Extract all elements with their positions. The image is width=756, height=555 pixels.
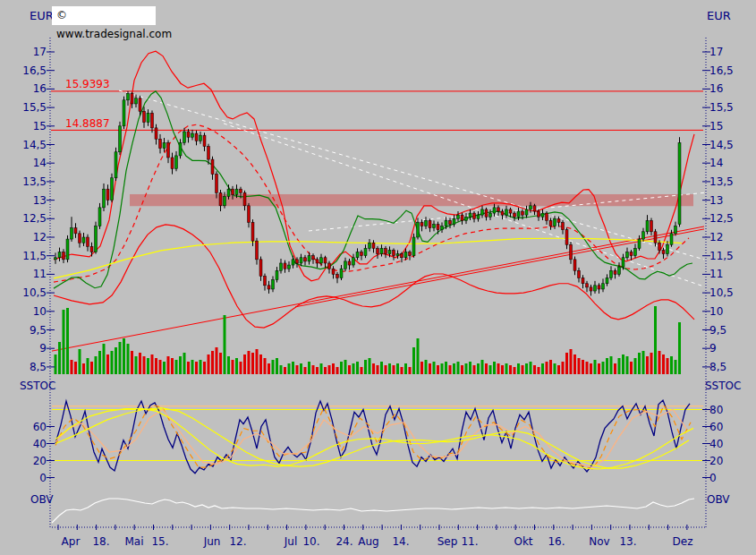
candle-body: [473, 213, 476, 218]
candle-body: [361, 252, 363, 256]
volume-bar: [74, 362, 77, 374]
volume-bar: [336, 367, 339, 374]
price-tick-label-right: 11,5: [709, 250, 734, 262]
candle-body: [425, 220, 428, 226]
candle-body: [420, 222, 423, 226]
volume-bar: [203, 362, 206, 374]
volume-bar: [328, 365, 331, 374]
volume-bar: [264, 358, 267, 374]
candle-body: [55, 258, 57, 260]
candle-body: [356, 252, 359, 258]
candle-body: [155, 128, 157, 139]
volume-bar: [509, 365, 512, 374]
volume-bar: [131, 351, 133, 374]
candle-body: [195, 133, 198, 141]
candle-body: [541, 213, 544, 217]
price-tick-label-left: 9,5: [30, 324, 47, 337]
volume-bar: [485, 363, 488, 374]
candle-body: [243, 192, 246, 205]
volume-bar: [505, 363, 508, 374]
volume-bar: [147, 358, 149, 374]
volume-bar: [565, 353, 568, 374]
candle-body: [147, 113, 149, 122]
volume-bar: [598, 363, 600, 374]
candle-body: [163, 142, 166, 148]
volume-bar: [417, 338, 420, 374]
volume-bar: [276, 358, 278, 374]
candle-body: [642, 232, 645, 239]
candle-body: [216, 175, 218, 193]
volume-bar: [235, 358, 238, 374]
sstoc-tick-label-right: 20: [709, 455, 723, 467]
candle-body: [638, 239, 641, 248]
candle-body: [74, 228, 77, 234]
series-obv-line: [52, 499, 694, 523]
volume-bar: [618, 358, 621, 374]
volume-bar: [143, 356, 146, 374]
volume-bar: [304, 367, 307, 374]
volume-bar: [183, 353, 186, 374]
volume-bar: [259, 354, 262, 374]
price-tick-label-left: 12: [33, 231, 47, 243]
volume-bar: [522, 365, 524, 374]
candle-body: [562, 222, 565, 229]
volume-bar: [219, 353, 222, 374]
candle-body: [316, 260, 319, 263]
price-tick-label-left: 16: [33, 82, 47, 95]
obv-panel-label-right: OBV: [707, 493, 730, 506]
x-axis-label: Sep: [437, 535, 458, 548]
chart-canvas[interactable]: [0, 0, 756, 555]
volume-bar: [171, 358, 174, 374]
price-tick-label-left: 12,5: [22, 212, 47, 225]
volume-bar: [429, 363, 431, 374]
candle-body: [385, 248, 387, 253]
volume-bar: [557, 365, 560, 374]
candle-body: [634, 248, 637, 255]
price-tick-label-left: 13: [33, 194, 47, 207]
volume-bar: [71, 360, 73, 374]
volume-bar: [87, 358, 89, 374]
candle-body: [409, 252, 412, 256]
candle-body: [509, 209, 512, 213]
candle-body: [401, 254, 403, 258]
volume-bar: [549, 360, 552, 374]
price-tick-label-left: 17: [33, 46, 47, 58]
candle-body: [300, 258, 302, 263]
volume-bar: [477, 363, 480, 374]
volume-bar: [646, 356, 649, 374]
volume-bar: [465, 363, 468, 374]
candle-body: [602, 284, 605, 289]
volume-bar: [570, 349, 573, 374]
price-tick-label-left: 16,5: [22, 64, 47, 77]
candle-body: [183, 132, 186, 142]
price-tick-label-left: 13,5: [22, 175, 47, 188]
candle-body: [320, 258, 323, 263]
volume-bar: [187, 362, 190, 374]
volume-bar: [127, 344, 130, 374]
sstoc-tick-label-left: 60: [33, 421, 47, 433]
price-level-label-1: 15.9393: [65, 78, 110, 90]
candle-body: [554, 218, 556, 226]
volume-bar: [578, 358, 581, 374]
x-axis-label: Dez: [673, 535, 693, 548]
candle-body: [87, 237, 89, 246]
price-tick-label-right: 13: [709, 194, 723, 207]
currency-label-left: EUR: [30, 9, 54, 22]
volume-bar: [614, 363, 616, 374]
candle-body: [598, 286, 600, 289]
candle-body: [328, 263, 331, 269]
x-axis-label: 18.: [92, 535, 109, 548]
volume-bar: [562, 362, 565, 374]
candle-body: [304, 258, 307, 261]
x-axis-label: 13.: [619, 535, 636, 548]
candle-body: [292, 260, 294, 265]
price-tick-label-right: 14,5: [709, 139, 734, 151]
candle-body: [95, 226, 98, 252]
price-tick-label-left: 9: [39, 342, 47, 354]
price-tick-label-right: 17: [709, 46, 723, 58]
candle-body: [626, 252, 629, 258]
candle-body: [505, 209, 508, 215]
candle-body: [340, 269, 343, 278]
trendline-red-support: [52, 226, 704, 351]
x-axis-label: 24.: [336, 535, 353, 548]
